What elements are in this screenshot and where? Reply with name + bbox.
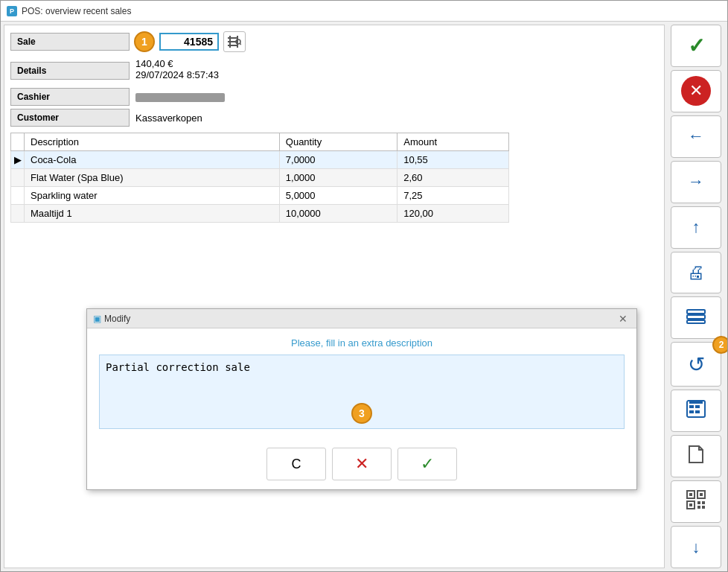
main-area: Sale 1 Details — [4, 25, 665, 568]
svg-rect-15 — [689, 401, 703, 404]
window-body: Sale 1 Details — [1, 22, 727, 571]
main-window: P POS: overview recent sales Sale 1 — [0, 0, 728, 572]
dialog-titlebar: ▣ Modify ✕ — [87, 309, 636, 328]
table-row[interactable]: Sparkling water5,00007,25 — [11, 187, 509, 205]
down-button[interactable]: ↓ — [671, 526, 721, 568]
register-button[interactable] — [671, 390, 721, 432]
row-description: Coca-Cola — [25, 151, 280, 169]
col-amount: Amount — [397, 133, 509, 151]
ok-button[interactable]: ✓ — [671, 25, 721, 67]
cancel-button[interactable]: ✕ — [671, 70, 721, 112]
col-description: Description — [25, 133, 280, 151]
row-amount: 120,00 — [397, 205, 509, 223]
modify-dialog: ▣ Modify ✕ Please, fill in an extra desc… — [86, 308, 637, 490]
forward-button[interactable]: → — [671, 161, 721, 203]
up-button[interactable]: ↑ — [671, 206, 721, 249]
qr-button[interactable] — [671, 480, 721, 523]
sale-number-input[interactable] — [159, 33, 219, 51]
row-amount: 10,55 — [397, 151, 509, 169]
row-indicator: ▶ — [11, 151, 25, 169]
svg-rect-17 — [689, 493, 692, 496]
dialog-clear-button[interactable]: C — [266, 448, 326, 480]
table-row[interactable]: Maaltijd 110,0000120,00 — [11, 205, 509, 223]
row-description: Flat Water (Spa Blue) — [25, 169, 280, 187]
row-description: Sparkling water — [25, 187, 280, 205]
svg-rect-9 — [687, 320, 705, 323]
table-row[interactable]: Flat Water (Spa Blue)1,00002,60 — [11, 169, 509, 187]
customer-row: Customer Kassaverkopen — [10, 109, 658, 127]
title-bar: P POS: overview recent sales — [1, 1, 727, 22]
row-indicator — [11, 187, 25, 205]
dialog-ok-button[interactable]: ✓ — [397, 448, 457, 480]
arrow-left-icon: ← — [688, 127, 704, 146]
checkmark-icon: ✓ — [688, 34, 705, 58]
row-quantity: 1,0000 — [279, 169, 397, 187]
cashier-redacted — [135, 93, 225, 102]
customer-value: Kassaverkopen — [130, 111, 208, 125]
sales-table: Description Quantity Amount ▶Coca-Cola7,… — [10, 133, 509, 223]
dialog-buttons: C ✕ ✓ — [87, 440, 636, 489]
svg-rect-21 — [689, 503, 692, 506]
svg-rect-14 — [695, 410, 700, 413]
badge-1: 1 — [134, 31, 155, 52]
dialog-cancel-button[interactable]: ✕ — [332, 448, 392, 480]
cashier-value — [130, 90, 231, 104]
document-button[interactable] — [671, 435, 721, 477]
arrow-right-icon: → — [688, 172, 704, 191]
badge-2: 2 — [712, 336, 727, 354]
table-row[interactable]: ▶Coca-Cola7,000010,55 — [11, 151, 509, 169]
back-button[interactable]: ← — [671, 115, 721, 158]
cashier-row: Cashier — [10, 88, 658, 106]
svg-line-6 — [240, 44, 242, 45]
row-indicator — [11, 205, 25, 223]
row-quantity: 7,0000 — [279, 151, 397, 169]
print-button[interactable]: 🖨 — [671, 252, 721, 294]
svg-rect-19 — [700, 493, 703, 496]
svg-rect-3 — [229, 36, 231, 48]
sale-label: Sale — [10, 33, 130, 51]
svg-rect-8 — [687, 315, 705, 319]
svg-rect-13 — [689, 410, 694, 413]
row-quantity: 10,0000 — [279, 205, 397, 223]
cards-icon — [686, 306, 706, 330]
amount-value: 140,40 € — [135, 58, 219, 69]
col-quantity: Quantity — [279, 133, 397, 151]
row-description: Maaltijd 1 — [25, 205, 280, 223]
svg-rect-7 — [687, 310, 705, 314]
col-indicator — [11, 133, 25, 151]
row-quantity: 5,0000 — [279, 187, 397, 205]
undo-wrapper: ↺ 2 — [671, 342, 724, 387]
details-label: Details — [10, 62, 130, 80]
svg-rect-23 — [702, 501, 705, 504]
svg-rect-12 — [695, 405, 700, 408]
cashier-label: Cashier — [10, 88, 130, 106]
arrow-up-icon: ↑ — [692, 217, 700, 237]
document-icon — [688, 445, 704, 468]
svg-rect-11 — [689, 405, 694, 408]
datetime-value: 29/07/2024 8:57:43 — [135, 69, 219, 80]
search-icon-btn[interactable] — [223, 31, 246, 52]
svg-rect-22 — [697, 501, 700, 504]
row-amount: 7,25 — [397, 187, 509, 205]
dialog-title: Modify — [104, 314, 130, 324]
svg-rect-25 — [702, 506, 705, 509]
register-icon — [686, 399, 706, 422]
x-icon: ✕ — [681, 76, 711, 106]
window-title: POS: overview recent sales — [22, 6, 131, 16]
row-indicator — [11, 169, 25, 187]
dialog-prompt: Please, fill in an extra description — [99, 337, 625, 349]
dialog-title-left: ▣ Modify — [93, 314, 130, 324]
dialog-close-button[interactable]: ✕ — [616, 313, 630, 325]
svg-rect-4 — [237, 36, 238, 48]
row-amount: 2,60 — [397, 169, 509, 187]
details-value: 140,40 € 29/07/2024 8:57:43 — [130, 57, 225, 82]
qr-icon — [686, 490, 706, 513]
customer-label: Customer — [10, 109, 130, 127]
badge-3: 3 — [351, 403, 372, 424]
svg-rect-24 — [697, 506, 700, 509]
sale-row: Sale 1 — [10, 31, 658, 52]
arrow-down-icon: ↓ — [692, 538, 700, 557]
sidebar: ✓ ✕ ← → ↑ 🖨 — [668, 22, 727, 571]
stack-button[interactable] — [671, 296, 721, 339]
app-icon: P — [7, 6, 17, 16]
